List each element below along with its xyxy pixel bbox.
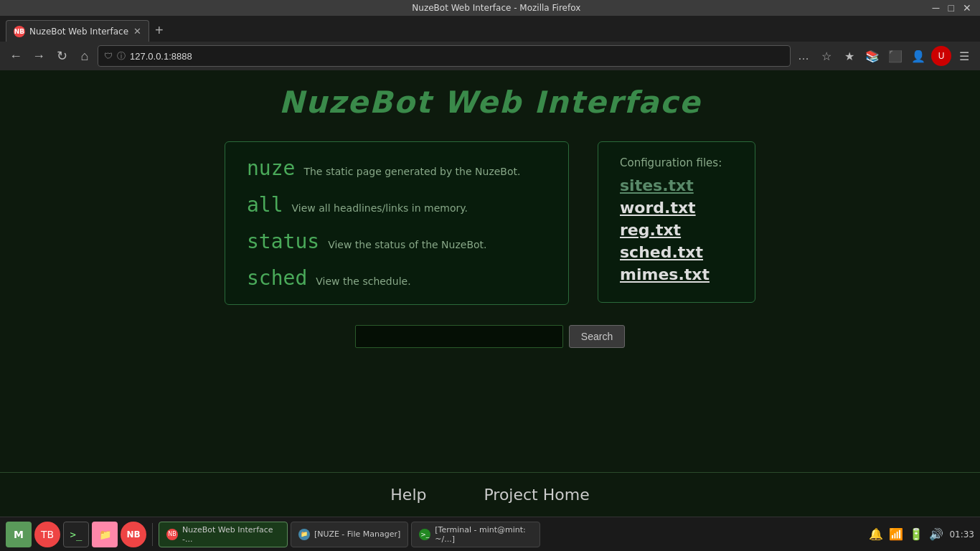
clock: 01:33 xyxy=(949,529,974,540)
nav-link-status[interactable]: status xyxy=(247,230,319,253)
footer-link-project-home[interactable]: Project Home xyxy=(484,486,589,504)
titlebar-controls: ─ □ ✕ xyxy=(930,2,974,14)
os-titlebar: NuzeBot Web Interface - Mozilla Firefox … xyxy=(0,0,980,16)
library-button[interactable]: 📚 xyxy=(862,46,882,66)
titlebar-title: NuzeBot Web Interface - Mozilla Firefox xyxy=(412,3,580,13)
extensions-button[interactable]: U xyxy=(931,46,951,66)
taskbar-filemanager[interactable]: 📁 xyxy=(92,522,118,547)
taskbar: M TB >_ 📁 NB NB NuzeBot Web Interface -.… xyxy=(0,517,980,551)
back-button[interactable]: ← xyxy=(6,46,26,66)
taskbar-nuze[interactable]: NB xyxy=(121,522,146,547)
reload-button[interactable]: ↻ xyxy=(52,46,72,66)
pocket-button[interactable]: ☆ xyxy=(816,46,837,66)
taskbar-window-icon: NB xyxy=(166,529,178,540)
nav-desc-sched: View the schedule. xyxy=(316,276,410,287)
forward-button[interactable]: → xyxy=(29,46,49,66)
nav-desc-all: View all headlines/links in memory. xyxy=(292,202,468,214)
tab-close-button[interactable]: ✕ xyxy=(133,26,141,37)
search-button[interactable]: Search xyxy=(569,325,625,348)
nav-link-all[interactable]: all xyxy=(247,193,283,217)
address-input[interactable] xyxy=(130,51,784,62)
config-box: Configuration files: sites.txtword.txtre… xyxy=(598,141,755,303)
close-button[interactable]: ✕ xyxy=(960,2,974,14)
tab-title: NuzeBot Web Interface xyxy=(29,27,128,37)
config-file-schedtxt[interactable]: sched.txt xyxy=(620,243,733,261)
search-input[interactable] xyxy=(355,325,563,348)
taskbar-window-filemanager[interactable]: 📁 [NUZE - File Manager] xyxy=(291,522,408,547)
taskbar-thunderbird[interactable]: TB xyxy=(34,522,60,547)
bookmark-button[interactable]: ★ xyxy=(839,46,859,66)
taskbar-term-label: [Terminal - mint@mint: ~/...] xyxy=(435,525,532,544)
nav-item-all: allView all headlines/links in memory. xyxy=(247,193,547,217)
nav-desc-nuze: The static page generated by the NuzeBot… xyxy=(303,166,520,177)
taskbar-window-nuzebot[interactable]: NB NuzeBot Web Interface -... xyxy=(159,522,288,547)
wifi-icon[interactable]: 📶 xyxy=(889,527,903,541)
security-icon: 🛡 xyxy=(104,51,113,61)
page-title: NuzeBot Web Interface xyxy=(279,85,701,120)
nav-item-sched: schedView the schedule. xyxy=(247,266,547,290)
nav-box: nuzeThe static page generated by the Nuz… xyxy=(225,141,569,305)
home-button[interactable]: ⌂ xyxy=(75,46,95,66)
sync-button[interactable]: 👤 xyxy=(908,46,928,66)
page-content: NuzeBot Web Interface nuzeThe static pag… xyxy=(0,70,980,517)
footer-bar: HelpProject Home xyxy=(0,472,980,517)
taskbar-separator xyxy=(152,523,153,546)
new-tab-button[interactable]: + xyxy=(151,22,168,39)
tab-favicon: NB xyxy=(14,26,25,37)
address-bar-container: 🛡 ⓘ xyxy=(98,45,791,67)
maximize-button[interactable]: □ xyxy=(946,2,957,14)
active-tab[interactable]: NB NuzeBot Web Interface ✕ xyxy=(6,20,149,42)
nav-right-icons: … ☆ ★ 📚 ⬛ 👤 U ☰ xyxy=(793,46,974,66)
taskbar-term-icon: >_ xyxy=(419,529,430,540)
battery-icon[interactable]: 🔋 xyxy=(909,527,923,541)
nav-link-sched[interactable]: sched xyxy=(247,266,307,290)
info-icon: ⓘ xyxy=(117,50,126,62)
main-content: nuzeThe static page generated by the Nuz… xyxy=(225,141,755,305)
search-area: Search xyxy=(355,325,625,348)
config-heading: Configuration files: xyxy=(620,156,733,169)
nav-item-nuze: nuzeThe static page generated by the Nuz… xyxy=(247,156,547,180)
config-file-mimestxt[interactable]: mimes.txt xyxy=(620,265,733,283)
taskbar-terminal[interactable]: >_ xyxy=(63,522,89,547)
browser-tab-bar: NB NuzeBot Web Interface ✕ + xyxy=(0,16,980,42)
container-button[interactable]: ⬛ xyxy=(885,46,905,66)
minimize-button[interactable]: ─ xyxy=(930,2,943,14)
volume-icon[interactable]: 🔊 xyxy=(929,527,943,541)
menu-button[interactable]: ☰ xyxy=(954,46,974,66)
nav-item-status: statusView the status of the NuzeBot. xyxy=(247,230,547,253)
footer-link-help[interactable]: Help xyxy=(390,486,426,504)
nav-desc-status: View the status of the NuzeBot. xyxy=(328,239,486,250)
config-file-wordtxt[interactable]: word.txt xyxy=(620,199,733,217)
taskbar-window-terminal[interactable]: >_ [Terminal - mint@mint: ~/...] xyxy=(411,522,540,547)
nav-link-nuze[interactable]: nuze xyxy=(247,156,295,180)
taskbar-fm-label: [NUZE - File Manager] xyxy=(314,529,400,539)
taskbar-right: 🔔 📶 🔋 🔊 01:33 xyxy=(869,527,974,541)
more-options-button[interactable]: … xyxy=(793,46,814,66)
browser-nav-bar: ← → ↻ ⌂ 🛡 ⓘ … ☆ ★ 📚 ⬛ 👤 U ☰ xyxy=(0,42,980,70)
taskbar-fm-icon: 📁 xyxy=(298,529,310,540)
config-file-regtxt[interactable]: reg.txt xyxy=(620,221,733,239)
config-file-sitestxt[interactable]: sites.txt xyxy=(620,176,733,194)
notification-icon[interactable]: 🔔 xyxy=(869,527,883,541)
taskbar-window-label: NuzeBot Web Interface -... xyxy=(182,525,280,544)
taskbar-menu-button[interactable]: M xyxy=(6,522,32,547)
